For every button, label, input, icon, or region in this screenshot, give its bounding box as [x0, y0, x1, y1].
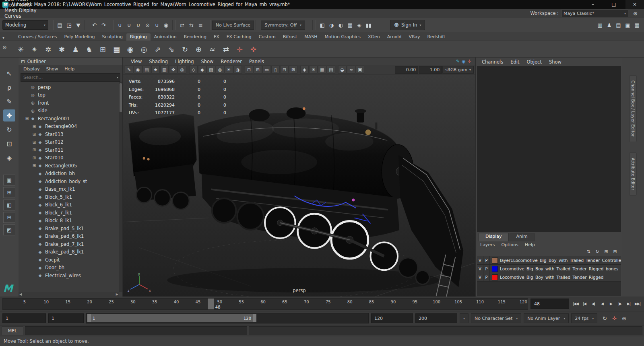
joint-tool-icon[interactable]: ✳	[14, 43, 27, 56]
pole-vector-icon[interactable]: ≈	[206, 43, 219, 56]
outliner-item[interactable]: Brake_pad_5_lk1	[19, 224, 122, 233]
menu-item[interactable]: Mesh Tools	[2, 2, 39, 8]
outliner-item[interactable]: front	[19, 99, 122, 107]
shelf-tab[interactable]: Custom	[255, 33, 279, 41]
scroll-left-button[interactable]: ◀	[19, 292, 22, 296]
outliner-item[interactable]: Block_5_lk1	[19, 193, 122, 201]
lattice-icon[interactable]: ▦	[110, 43, 123, 56]
show-attribute-editor-icon[interactable]: ▤	[614, 21, 623, 30]
show-tool-settings-icon[interactable]: ▣	[623, 21, 632, 30]
outliner-item[interactable]: Cocpit	[19, 256, 122, 264]
outliner-item[interactable]: Rectangle005	[19, 162, 122, 170]
shelf-tab[interactable]: FX Caching	[223, 33, 255, 41]
layer-playback-toggle[interactable]: P	[483, 273, 490, 281]
hide-lra-icon[interactable]: ✜	[247, 43, 260, 56]
channel-box-menu-item[interactable]: Show	[549, 59, 561, 65]
expander-icon[interactable]	[31, 156, 37, 160]
outliner-menu-item[interactable]: Show	[46, 66, 58, 72]
layer-playback-toggle[interactable]: P	[483, 256, 490, 264]
shelf-tab[interactable]: Rendering	[180, 33, 210, 41]
play-forwards-button[interactable]: ▶	[607, 299, 615, 308]
ik-spline-handle-icon[interactable]: ✲	[42, 43, 54, 56]
soft-mod-icon[interactable]: ◎	[138, 43, 150, 56]
create-control-icon[interactable]: ⊞	[97, 43, 109, 56]
sidebar-tab[interactable]: Channel Box / Layer Editor	[630, 75, 637, 142]
viewport-menu-item[interactable]: View	[127, 59, 145, 64]
search-input[interactable]	[21, 75, 117, 80]
expander-icon[interactable]	[31, 140, 37, 144]
animation-preferences-icon[interactable]: ⊛	[619, 314, 629, 323]
oversampling-icon[interactable]: ◎	[178, 66, 186, 74]
layout-two-pane-stacked[interactable]: ⊟	[3, 212, 15, 223]
outliner-item[interactable]: side	[19, 107, 122, 115]
default-material-icon[interactable]: ◍	[216, 66, 224, 74]
outliner-item[interactable]: Addiction_bh	[19, 170, 122, 178]
isolate-select-icon[interactable]: ⊡	[245, 66, 253, 74]
humanik-icon[interactable]: ♞	[83, 43, 95, 56]
step-back-frame-button[interactable]: |◀	[580, 299, 588, 308]
group-divider[interactable]	[256, 20, 259, 30]
channel-box-menu-item[interactable]: Object	[527, 59, 542, 65]
viewport-menu-item[interactable]: Lighting	[171, 59, 197, 64]
layer-visibility-toggle[interactable]: V	[477, 256, 483, 264]
step-forward-frame-button[interactable]: ▶|	[625, 299, 633, 308]
pause-viewport-icon[interactable]: ▮▮	[364, 21, 373, 30]
resolution-gate-icon[interactable]: ▭	[262, 66, 271, 74]
camera-lock-icon[interactable]: ◉	[134, 66, 142, 74]
annotate-pencil-icon[interactable]: ✎	[456, 59, 460, 64]
outliner-menu-item[interactable]: Display	[23, 66, 40, 72]
gate-mask-icon[interactable]: ▯	[271, 66, 280, 74]
expander-icon[interactable]	[31, 148, 37, 152]
playback-start-field[interactable]: 1	[48, 313, 84, 323]
snap-to-grid-icon[interactable]: ∪	[115, 21, 124, 30]
step-back-key-button[interactable]: ◀|	[589, 299, 597, 308]
layer-row[interactable]: V P layer1Locomotive_Big_Boy_with_Traile…	[477, 256, 621, 265]
outliner-horizontal-scrollbar[interactable]: ◀ ▶	[19, 292, 119, 297]
layer-name[interactable]: Locomotive_Big_Boy_with_Trailed_Tender_R…	[500, 275, 604, 280]
show-modeling-toolkit-icon[interactable]: ▥	[595, 21, 605, 30]
shelf-tab[interactable]: Rigging	[126, 33, 151, 41]
field-chart-icon[interactable]: ⊞	[254, 66, 262, 74]
shelf-tab[interactable]: Animation	[151, 33, 180, 41]
timeline-playhead[interactable]: 48	[208, 299, 214, 309]
outliner-item[interactable]: Brake_pad_7_lk1	[19, 240, 122, 248]
grease-pencil-icon[interactable]: ✎	[125, 66, 133, 74]
render-settings-icon[interactable]: ▦	[345, 21, 355, 30]
channel-box-menu-item[interactable]: Channels	[482, 59, 503, 65]
timeline-strip[interactable]: 5101520253035404550556065707580859095100…	[2, 298, 528, 310]
outliner-item[interactable]: Block_6_lk1	[19, 201, 122, 209]
current-frame-field[interactable]: 48	[530, 299, 569, 309]
group-divider[interactable]	[207, 20, 211, 30]
select-tool[interactable]: ↖	[3, 67, 15, 79]
layer-playback-toggle[interactable]: P	[483, 265, 490, 273]
go-to-end-button[interactable]: ▶▶|	[634, 299, 642, 308]
exposure-field[interactable]: 0.00	[395, 66, 418, 74]
layer-name[interactable]: Locomotive_Big_Boy_with_Trailed_Tender_R…	[500, 266, 618, 271]
outliner-item[interactable]: persp	[19, 83, 122, 91]
layer-row[interactable]: V P Locomotive_Big_Boy_with_Trailed_Tend…	[477, 265, 621, 273]
shelf-tab[interactable]: FX	[210, 33, 223, 41]
lasso-select-tool[interactable]: ρ	[3, 81, 15, 93]
group-divider[interactable]	[50, 20, 54, 30]
orient-constraint-icon[interactable]: ↻	[179, 43, 191, 56]
hypershade-icon[interactable]: ◈	[355, 21, 364, 30]
group-divider[interactable]	[312, 20, 316, 30]
auto-keyframe-icon[interactable]: ✜	[609, 314, 619, 323]
step-forward-key-button[interactable]: |▶	[616, 299, 624, 308]
open-render-view-icon[interactable]: ◧	[318, 21, 327, 30]
show-humanik-icon[interactable]: ♟	[605, 21, 614, 30]
outliner-item[interactable]: Block_7_lk1	[19, 209, 122, 217]
new-scene-icon[interactable]: ▤	[55, 21, 64, 30]
ipr-render-icon[interactable]: ◐	[336, 21, 345, 30]
layers-sync-icon[interactable]: ↻	[594, 248, 601, 255]
outliner-item[interactable]: Block_8_lk1	[19, 217, 122, 225]
open-scene-icon[interactable]: ◳	[64, 21, 74, 30]
live-surface-field[interactable]: No Live Surface	[212, 21, 254, 30]
shelf-tab[interactable]: XGen	[364, 33, 384, 41]
output-connections-icon[interactable]: ⇆	[187, 21, 196, 30]
group-divider[interactable]	[85, 20, 88, 30]
scrollbar-thumb[interactable]	[120, 83, 122, 112]
outliner-item[interactable]: Star010	[19, 154, 122, 162]
outliner-item[interactable]: Brake_pad_8_lk1	[19, 248, 122, 256]
layer-editor-tab[interactable]: Display	[479, 233, 509, 241]
